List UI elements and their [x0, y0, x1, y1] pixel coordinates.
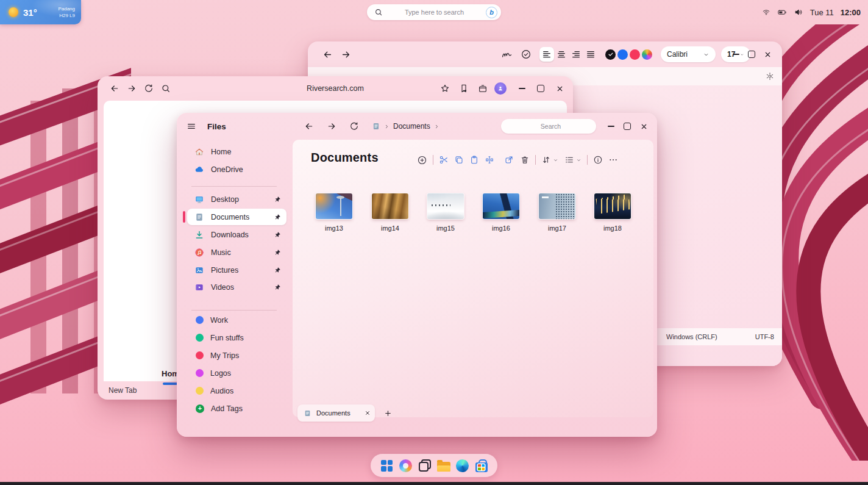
dock-item-copilot[interactable]: [399, 459, 413, 472]
files-refresh-button[interactable]: [347, 119, 361, 134]
system-tray[interactable]: Tue 11 12:00: [762, 0, 861, 24]
view-options-icon[interactable]: [564, 155, 574, 165]
file-thumbnail: [372, 193, 408, 219]
tag-item-fun-stuffs[interactable]: Fun stuffs: [187, 329, 286, 346]
sidebar-item-documents[interactable]: Documents: [187, 209, 286, 225]
info-icon[interactable]: [593, 155, 603, 165]
hamburger-menu-icon[interactable]: [184, 119, 199, 134]
new-tab-plus-icon[interactable]: [380, 406, 395, 420]
align-justify-button[interactable]: [583, 47, 598, 62]
tag-item-audios[interactable]: Audios: [187, 383, 286, 399]
browser-forward-button[interactable]: [124, 81, 139, 96]
files-search-box[interactable]: [501, 119, 596, 134]
file-thumbnail: [539, 193, 575, 219]
delete-trash-icon[interactable]: [520, 155, 530, 165]
tag-item-logos[interactable]: Logos: [187, 365, 286, 381]
dock-item-microsoft-store[interactable]: [475, 459, 488, 472]
dock-item-edge[interactable]: [456, 459, 469, 472]
browser-reload-button[interactable]: [141, 81, 156, 96]
breadcrumb-folder[interactable]: Documents: [393, 122, 430, 131]
taskbar-search[interactable]: b: [367, 4, 501, 20]
editor-forward-button[interactable]: [338, 47, 353, 62]
rename-icon[interactable]: [485, 155, 494, 165]
files-tab-documents[interactable]: Documents: [297, 404, 375, 422]
profile-avatar[interactable]: [494, 82, 507, 95]
browser-titlebar[interactable]: Riversearch.com: [98, 76, 573, 101]
add-tags-button[interactable]: + Add Tags: [187, 400, 286, 417]
plus-icon: +: [196, 404, 204, 413]
files-close-button[interactable]: [636, 119, 651, 134]
dock-item-task-view[interactable]: [418, 459, 432, 472]
copy-icon[interactable]: [454, 155, 464, 165]
weather-widget[interactable]: 31° Padang H29 L9: [0, 0, 81, 24]
file-item-img17[interactable]: img17: [533, 193, 582, 232]
browser-minimize-button[interactable]: [514, 81, 529, 96]
file-item-img16[interactable]: img16: [477, 193, 525, 232]
files-minimize-button[interactable]: [603, 119, 618, 134]
onedrive-cloud-icon: [194, 165, 204, 174]
sidebar-item-onedrive[interactable]: OneDrive: [187, 161, 286, 178]
align-center-button[interactable]: [554, 47, 569, 62]
files-titlebar[interactable]: Files Documents: [177, 113, 657, 140]
dock-item-windows-start[interactable]: [380, 459, 394, 472]
bookmark-add-icon[interactable]: [457, 81, 471, 96]
tag-item-my-trips[interactable]: My Trips: [187, 347, 286, 364]
collections-icon[interactable]: [475, 81, 490, 96]
tab-close-icon[interactable]: [361, 407, 374, 419]
sidebar-label: Pictures: [211, 266, 238, 275]
color-swatch-black[interactable]: [605, 49, 616, 60]
share-icon[interactable]: [504, 155, 514, 165]
tag-color-dot: [196, 334, 204, 342]
editor-back-button[interactable]: [320, 47, 335, 62]
sidebar-item-videos[interactable]: Videos: [187, 279, 286, 295]
files-maximize-button[interactable]: [620, 119, 635, 134]
cut-icon[interactable]: [439, 155, 449, 165]
draw-pen-icon[interactable]: [499, 47, 514, 62]
gear-icon[interactable]: [763, 69, 777, 84]
files-tab-label: Documents: [316, 409, 350, 417]
color-wheel-swatch[interactable]: [642, 49, 652, 60]
sidebar-item-downloads[interactable]: Downloads: [187, 226, 286, 243]
browser-search-button[interactable]: [158, 81, 173, 96]
font-family-dropdown[interactable]: Calibri: [661, 46, 716, 62]
browser-maximize-button[interactable]: [533, 81, 548, 96]
file-item-img18[interactable]: img18: [588, 193, 637, 232]
taskbar-search-input[interactable]: [383, 8, 486, 16]
file-item-img13[interactable]: img13: [310, 193, 358, 232]
dock-item-file-explorer[interactable]: [437, 459, 450, 472]
browser-back-button[interactable]: [107, 81, 122, 96]
task-view-icon: [419, 459, 431, 472]
files-back-button[interactable]: [302, 119, 316, 134]
sidebar-item-music[interactable]: Music: [187, 244, 286, 260]
sidebar-divider: [191, 310, 277, 311]
editor-maximize-button[interactable]: [744, 47, 759, 62]
align-right-button[interactable]: [569, 47, 583, 62]
editor-close-button[interactable]: [760, 47, 775, 62]
file-thumbnail: [316, 193, 352, 219]
bing-icon[interactable]: b: [486, 7, 497, 18]
sort-icon[interactable]: [541, 155, 551, 165]
color-swatch-blue[interactable]: [617, 49, 628, 60]
downloads-icon: [194, 230, 204, 240]
sidebar-item-pictures[interactable]: Pictures: [187, 262, 286, 278]
browser-new-tab[interactable]: New Tab: [108, 386, 137, 395]
align-left-button[interactable]: [539, 47, 554, 62]
file-item-img14[interactable]: img14: [366, 193, 414, 232]
sidebar-item-home[interactable]: Home: [187, 143, 286, 160]
file-item-img15[interactable]: img15: [421, 193, 470, 232]
paste-icon[interactable]: [469, 155, 479, 165]
files-tab-bar: Documents: [177, 417, 657, 437]
tag-item-work[interactable]: Work: [187, 312, 286, 328]
screen-bottom-strip: [0, 482, 868, 485]
files-search-input[interactable]: [508, 122, 603, 131]
more-options-icon[interactable]: [608, 155, 618, 165]
files-app-title: Files: [207, 122, 226, 131]
sidebar-item-desktop[interactable]: Desktop: [187, 191, 286, 207]
color-swatch-red[interactable]: [630, 49, 640, 60]
browser-close-button[interactable]: [552, 81, 567, 96]
new-item-icon[interactable]: [417, 155, 427, 165]
favorite-star-icon[interactable]: [438, 81, 452, 96]
spellcheck-icon[interactable]: [519, 47, 533, 62]
files-forward-button[interactable]: [324, 119, 339, 134]
editor-minimize-button[interactable]: [728, 47, 743, 62]
